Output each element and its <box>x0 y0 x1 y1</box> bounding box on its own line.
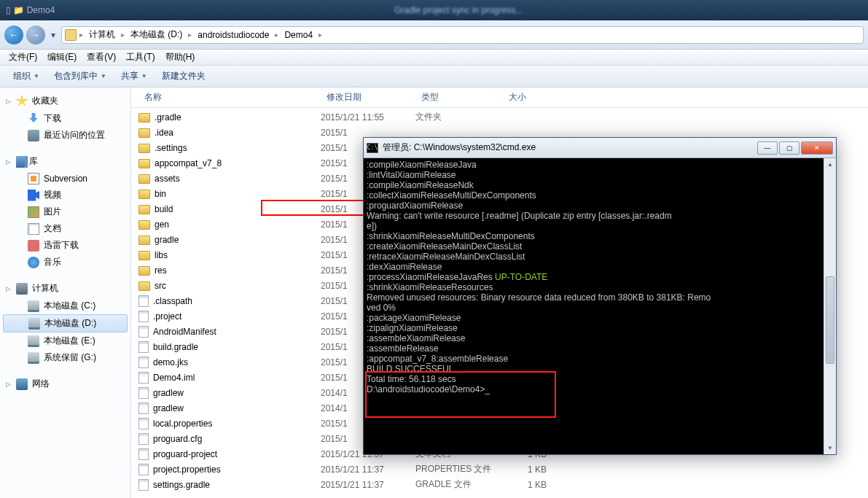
cmd-line: :appcompat_v7_8:assembleRelease <box>367 354 833 364</box>
file-row[interactable]: project.properties2015/1/21 11:37PROPERT… <box>131 462 868 477</box>
drive-icon <box>28 318 40 330</box>
file-name: appcompat_v7_8 <box>155 158 222 168</box>
file-size: 1 KB <box>503 480 561 490</box>
chevron-right-icon[interactable]: ▸ <box>120 31 126 39</box>
folder-icon <box>65 29 77 41</box>
menu-item[interactable]: 文件(F) <box>4 50 42 65</box>
breadcrumb-segment[interactable]: 本地磁盘 (D:) <box>128 27 185 42</box>
sidebar-item[interactable]: 图片 <box>0 203 130 220</box>
toolbar-item[interactable]: 新建文件夹 <box>156 67 211 85</box>
window-controls: — ▢ ✕ <box>757 141 833 155</box>
menu-item[interactable]: 编辑(E) <box>43 50 81 65</box>
chevron-down-icon: ▼ <box>141 73 147 79</box>
breadcrumb-segment[interactable]: androidstudiocode <box>195 28 272 42</box>
column-header-size[interactable]: 大小 <box>503 88 561 106</box>
close-button[interactable]: ✕ <box>801 141 833 155</box>
sidebar-item-label: 文档 <box>44 222 61 235</box>
sidebar-group-header[interactable]: 计算机 <box>0 279 130 297</box>
breadcrumb-segment[interactable]: Demo4 <box>281 28 316 42</box>
sidebar-item[interactable]: 本地磁盘 (C:) <box>0 297 130 314</box>
sidebar-item[interactable]: 系统保留 (G:) <box>0 349 130 366</box>
menu-item[interactable]: 工具(T) <box>122 50 159 65</box>
cmd-line: Removed unused resources: Binary resourc… <box>367 292 833 303</box>
sidebar-item[interactable]: 文档 <box>0 220 130 237</box>
sidebar-group-header[interactable]: 网络 <box>0 375 130 393</box>
folder-icon <box>138 174 150 184</box>
forward-button[interactable]: → <box>26 26 45 44</box>
address-bar[interactable]: ▸ 计算机 ▸ 本地磁盘 (D:) ▸ androidstudiocode ▸ … <box>61 26 864 44</box>
chevron-right-icon[interactable]: ▸ <box>78 31 85 39</box>
file-name: .project <box>153 311 181 322</box>
cmd-titlebar[interactable]: C:\ 管理员: C:\Windows\system32\cmd.exe — ▢… <box>364 138 836 158</box>
scroll-thumb[interactable] <box>826 276 834 364</box>
file-name: .gradle <box>155 112 181 122</box>
sidebar-group-label: 计算机 <box>32 282 58 295</box>
cmd-line: ved 0% <box>367 303 833 313</box>
file-row[interactable]: .gradle2015/1/21 11:55文件夹 <box>131 109 868 125</box>
cmd-line: :shrinkXiaomiReleaseMultiDexComponents <box>367 231 833 241</box>
menu-bar: 文件(F)编辑(E)查看(V)工具(T)帮助(H) <box>0 50 868 66</box>
sidebar-item[interactable]: 音乐 <box>0 254 130 271</box>
file-name: libs <box>155 250 168 260</box>
chevron-down-icon: ▼ <box>34 73 39 79</box>
toolbar-item[interactable]: 包含到库中▼ <box>48 67 112 85</box>
cmd-icon: C:\ <box>367 143 378 153</box>
folder-icon <box>138 128 150 138</box>
drive-icon <box>28 335 39 347</box>
cmd-line: BUILD SUCCESSFUL <box>367 364 833 374</box>
sidebar-group-label: 收藏夹 <box>32 95 58 107</box>
file-name: build <box>155 204 173 214</box>
sidebar-item[interactable]: 本地磁盘 (D:) <box>3 314 128 332</box>
sidebar-group-header[interactable]: 库 <box>0 152 130 171</box>
menu-item[interactable]: 查看(V) <box>82 50 120 65</box>
sidebar-item[interactable]: 本地磁盘 (E:) <box>0 332 130 349</box>
toolbar-item[interactable]: 共享▼ <box>115 67 153 85</box>
folder-icon <box>138 159 150 168</box>
maximize-button[interactable]: ▢ <box>779 141 799 155</box>
file-type: PROPERTIES 文件 <box>415 463 503 475</box>
sidebar-item[interactable]: Subversion <box>0 171 130 187</box>
chevron-right-icon[interactable]: ▸ <box>187 31 193 39</box>
cmd-scrollbar[interactable]: ▲ ▼ <box>824 158 836 454</box>
cmd-window[interactable]: C:\ 管理员: C:\Windows\system32\cmd.exe — ▢… <box>363 137 837 455</box>
sidebar-group-header[interactable]: 收藏夹 <box>0 92 130 110</box>
file-name: demo.jks <box>153 357 188 367</box>
file-name: proguard-project <box>153 449 217 459</box>
toolbar-item[interactable]: 组织▼ <box>7 67 45 85</box>
sidebar-item[interactable]: 下载 <box>0 110 130 127</box>
cmd-output[interactable]: :compileXiaomiReleaseJava:lintVitalXiaom… <box>364 158 836 453</box>
chevron-right-icon[interactable]: ▸ <box>273 31 280 39</box>
sidebar-group-label: 网络 <box>32 378 50 390</box>
cmd-line: :retraceXiaomiReleaseMainDexClassList <box>367 252 833 262</box>
dl-icon <box>28 113 39 125</box>
back-button[interactable]: ← <box>4 26 23 44</box>
chevron-right-icon[interactable]: ▸ <box>317 31 324 39</box>
column-header-name[interactable]: 名称 <box>138 88 321 106</box>
scroll-up-icon[interactable]: ▲ <box>824 158 836 171</box>
breadcrumb-segment[interactable]: 计算机 <box>86 27 118 42</box>
file-name: gen <box>155 219 169 230</box>
cmd-line: Total time: 56.118 secs <box>367 374 833 384</box>
file-icon <box>138 295 149 307</box>
sidebar-item[interactable]: 最近访问的位置 <box>0 127 130 144</box>
file-icon <box>138 311 149 322</box>
xl-icon <box>28 240 39 252</box>
sidebar-item-label: 迅雷下载 <box>44 239 79 252</box>
folder-icon <box>138 281 150 291</box>
sidebar-item[interactable]: 迅雷下载 <box>0 237 130 254</box>
file-name: bin <box>155 189 166 199</box>
menu-item[interactable]: 帮助(H) <box>161 50 200 65</box>
cmd-line: :zipalignXiaomiRelease <box>367 323 833 333</box>
minimize-button[interactable]: — <box>757 141 778 155</box>
column-header-date[interactable]: 修改日期 <box>321 88 415 106</box>
sidebar-item[interactable]: 视频 <box>0 187 130 203</box>
cmd-title: 管理员: C:\Windows\system32\cmd.exe <box>383 141 753 154</box>
history-dropdown[interactable]: ▾ <box>48 26 58 44</box>
column-header-type[interactable]: 类型 <box>415 88 503 106</box>
chevron-down-icon: ▼ <box>101 73 106 79</box>
folder-icon <box>138 220 150 230</box>
scroll-down-icon[interactable]: ▼ <box>824 442 836 454</box>
sidebar-item-label: 视频 <box>44 189 61 201</box>
file-row[interactable]: settings.gradle2015/1/21 11:37GRADLE 文件1… <box>131 477 868 492</box>
img-icon <box>28 206 39 218</box>
